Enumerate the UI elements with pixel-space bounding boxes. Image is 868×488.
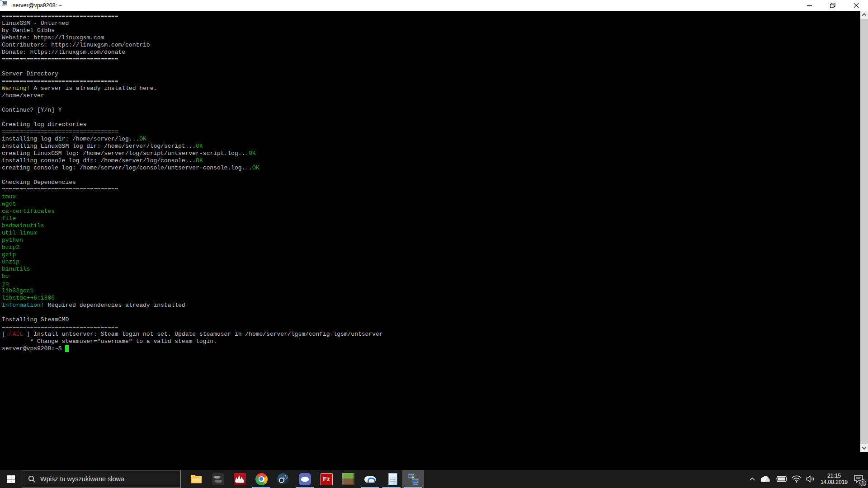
terminal-line: jq [2, 280, 860, 287]
taskbar-app-putty[interactable] [402, 470, 424, 488]
chevron-down-icon [862, 445, 867, 450]
terminal-line: Donate: https://linuxgsm.com/donate [2, 49, 860, 56]
terminal-line: ================================= [2, 13, 860, 20]
terminal-line: Continue? [Y/n] Y [2, 107, 860, 114]
terminal-line: Contributors: https://linuxgsm.com/contr… [2, 42, 860, 49]
putty-icon [2, 1, 10, 9]
restore-icon [830, 3, 835, 8]
scroll-down-button[interactable] [860, 444, 868, 452]
terminal-line: installing console log dir: /home/server… [2, 157, 860, 164]
volume-tray-button[interactable] [804, 470, 817, 488]
terminal-line: file [2, 215, 860, 222]
start-button[interactable] [0, 470, 22, 488]
terminal-line: ================================= [2, 324, 860, 331]
close-button[interactable] [844, 0, 868, 11]
file-explorer-icon [190, 473, 203, 485]
putty-icon [407, 473, 420, 485]
terminal-line: Warning! A server is already installed h… [2, 85, 860, 92]
tray-date: 14.08.2019 [821, 479, 848, 485]
terminal-line: bsdmainutils [2, 222, 860, 230]
tray-time: 21:15 [827, 473, 841, 479]
terminal-line: util-linux [2, 230, 860, 237]
terminal-line [2, 309, 860, 316]
terminal-line: creating LinuxGSM log: /home/server/log/… [2, 150, 860, 157]
taskbar-app-notepad[interactable] [381, 470, 402, 488]
terminal-line: python [2, 237, 860, 244]
terminal-line: bc [2, 273, 860, 280]
onedrive-tray-button[interactable] [758, 470, 773, 488]
taskbar-app-discord[interactable] [294, 470, 316, 488]
search-icon [28, 475, 36, 483]
terminal-line: ================================= [2, 78, 860, 85]
clock[interactable]: 21:15 14.08.2019 [817, 470, 851, 488]
minimize-icon [807, 3, 812, 8]
terminal-output[interactable]: =================================LinuxGS… [0, 11, 860, 452]
terminal-line [2, 99, 860, 107]
terminal-line: creating console log: /home/server/log/c… [2, 164, 860, 172]
terminal-line: * Change steamuser="username" to a valid… [2, 338, 860, 345]
terminal-line [2, 63, 860, 70]
restore-button[interactable] [821, 0, 844, 11]
onedrive-cloud-icon [760, 476, 771, 483]
taskbar-app-dark-app[interactable] [207, 470, 229, 488]
taskbar-search[interactable] [22, 470, 181, 488]
dark-app-icon [212, 473, 224, 485]
terminal-line: installing LinuxGSM log dir: /home/serve… [2, 143, 860, 150]
terminal-line: Creating log directories [2, 121, 860, 128]
search-input[interactable] [40, 475, 180, 483]
window-title: server@vps9208: ~ [13, 2, 797, 9]
terminal-scrollbar[interactable] [860, 11, 868, 452]
wifi-tray-button[interactable] [789, 470, 804, 488]
taskbar-app-file-explorer[interactable] [185, 470, 207, 488]
terminal-line: lib32gcc1 [2, 287, 860, 295]
speaker-icon [806, 475, 815, 483]
terminal-line: ================================= [2, 186, 860, 193]
windows-logo-icon [7, 475, 15, 483]
taskbar-app-minecraft[interactable] [337, 470, 359, 488]
minecraft-icon [342, 473, 354, 485]
action-center-button[interactable]: 1 [851, 470, 868, 488]
terminal-line: ================================= [2, 128, 860, 136]
terminal-line: unzip [2, 258, 860, 266]
discord-icon [299, 473, 311, 485]
terminal-line: server@vps9208:~$ [2, 345, 860, 352]
terminal-line: Website: https://linuxgsm.com [2, 34, 860, 42]
taskbar: 21:15 14.08.2019 1 [0, 470, 868, 488]
taskbar-app-red-wolf[interactable] [229, 470, 250, 488]
system-tray: 21:15 14.08.2019 1 [747, 470, 868, 488]
terminal-line: by Daniel Gibbs [2, 27, 860, 34]
terminal-line: gzip [2, 251, 860, 258]
minimize-button[interactable] [797, 0, 821, 11]
window-titlebar[interactable]: server@vps9208: ~ [0, 0, 868, 11]
chevron-up-icon [749, 477, 755, 481]
red-wolf-icon [234, 473, 246, 485]
terminal-line: bzip2 [2, 244, 860, 251]
battery-charging-icon [775, 476, 787, 482]
terminal-line: Installing SteamCMD [2, 316, 860, 324]
wifi-icon [792, 475, 802, 483]
terminal-line: installing log dir: /home/server/log...O… [2, 136, 860, 143]
terminal-line: Checking Dependencies [2, 179, 860, 186]
taskbar-app-filezilla[interactable] [316, 470, 337, 488]
taskbar-app-cloud-app[interactable] [359, 470, 381, 488]
terminal-line: [ FAIL ] Install untserver: Steam login … [2, 331, 860, 338]
notepad-icon [388, 473, 397, 485]
terminal-cursor [65, 345, 69, 352]
putty-window: server@vps9208: ~ ======================… [0, 0, 868, 470]
chevron-up-icon [862, 13, 867, 18]
terminal-line [2, 114, 860, 121]
terminal-line: wget [2, 201, 860, 208]
terminal-line: ================================= [2, 56, 860, 63]
close-icon [854, 3, 859, 8]
taskbar-app-chrome[interactable] [250, 470, 272, 488]
taskbar-app-steam[interactable] [272, 470, 294, 488]
terminal-line: binutils [2, 266, 860, 273]
terminal-line: /home/server [2, 92, 860, 99]
scrollbar-thumb[interactable] [860, 19, 868, 444]
terminal-line: Server Directory [2, 70, 860, 78]
battery-tray-button[interactable] [773, 470, 789, 488]
scroll-up-button[interactable] [860, 11, 868, 19]
taskbar-apps [185, 470, 424, 488]
tray-expand-button[interactable] [747, 470, 758, 488]
terminal-line: tmux [2, 193, 860, 201]
